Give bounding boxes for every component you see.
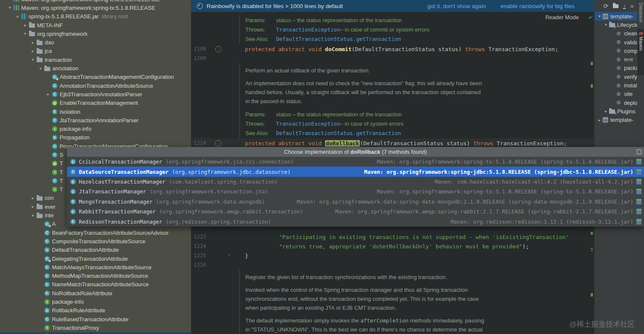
download-sources-icon[interactable]: ↓ (623, 3, 626, 9)
popup-row[interactable]: CJtaTransactionManager(org.springframewo… (67, 187, 644, 196)
tab-database[interactable]: Database (638, 3, 644, 23)
code-line[interactable]: 1226 (191, 260, 594, 270)
folder-settings-icon[interactable] (613, 4, 618, 8)
doc-text[interactable]: DefaultTransactionStatus.getTransaction (276, 130, 401, 136)
code-line[interactable]: 1223"Participating in existing transacti… (191, 232, 594, 242)
chevron-down-icon[interactable]: ▾ (14, 14, 21, 19)
chevron-right-icon[interactable]: ▸ (29, 204, 37, 209)
tree-row[interactable]: CBeanFactoryTransactionAttributeSourceAd… (0, 228, 191, 237)
chevron-down-icon[interactable]: ▾ (6, 6, 14, 10)
implemented-marker-icon[interactable]: ↓ (215, 46, 221, 52)
tree-row[interactable]: CCompositeTransactionAttributeSource (0, 237, 191, 245)
doc-text[interactable]: TransactionException (276, 121, 340, 127)
tree-row[interactable]: ▸dao (0, 38, 191, 46)
folder-icon (37, 41, 43, 45)
tree-row[interactable]: ▾annotation (0, 64, 191, 72)
maven-row[interactable]: ⚙package (595, 64, 638, 72)
chevron-right-icon[interactable]: ▸ (603, 109, 609, 113)
popup-pin-icon[interactable] (637, 150, 641, 154)
maven-row[interactable]: ⚙site (595, 90, 638, 98)
code-line[interactable]: 1200 (191, 54, 594, 63)
tree-row[interactable]: ▾spring-tx-5.1.8.RELEASE.jarlibrary root (0, 12, 191, 21)
tree-row[interactable]: CMatchAlwaysTransactionAttributeSource (0, 263, 191, 271)
doc-text: in "STATUS_UNKNOWN". This is the best we… (245, 326, 483, 333)
maven-row[interactable]: ⚙compile (595, 46, 638, 55)
tree-row[interactable]: CRollbackRuleAttribute (0, 306, 191, 315)
tree-row[interactable]: EIsolation (0, 107, 191, 116)
maven-row[interactable]: ▾mtemplate- (595, 12, 638, 20)
chevron-down-icon[interactable]: ▾ (596, 14, 603, 18)
tree-row[interactable]: CNameMatchTransactionAttributeSource (0, 280, 191, 289)
implemented-marker-icon[interactable]: ↓ (215, 140, 221, 147)
maven-row[interactable]: ⚙deploy (595, 98, 638, 107)
maven-row[interactable]: ▸⚙Plugins (595, 107, 638, 115)
tree-row[interactable]: CRuleBasedTransactionAttribute (0, 315, 191, 323)
popup-row[interactable]: CCciLocalTransactionManager(org.springfr… (67, 157, 644, 167)
maven-row[interactable]: ⚙test (595, 55, 638, 63)
more-icon[interactable]: » (630, 3, 634, 9)
tree-row[interactable]: CAnnotationTransactionAttributeSource (0, 81, 191, 90)
tab-maven[interactable]: Maven (638, 37, 644, 51)
chevron-right-icon[interactable]: ▸ (44, 92, 52, 96)
code-text: "Participating in existing transactions … (245, 234, 569, 240)
chevron-down-icon[interactable]: ▾ (29, 58, 37, 62)
code-line[interactable]: 1224"returns true, appropriate 'doSetRol… (191, 242, 594, 251)
folder-icon (37, 49, 43, 54)
tree-row[interactable]: ITransactionalProxy (0, 323, 191, 332)
gear-icon: ⚙ (615, 39, 622, 45)
chevron-right-icon[interactable]: ▸ (21, 23, 29, 27)
popup-row[interactable]: CDataSourceTransactionManager(org.spring… (67, 167, 644, 176)
tree-row[interactable]: CAbstractTransactionManagementConfigurat… (0, 73, 191, 81)
popup-row[interactable]: CRabbitTransactionManager(org.springfram… (67, 207, 644, 216)
tree-row[interactable]: CMethodMapTransactionAttributeSource (0, 272, 191, 280)
tree-row[interactable]: ▾Maven: org.springframework:spring-tx:5.… (0, 3, 191, 12)
popup-row-class-name: RabbitTransactionManager (79, 208, 156, 215)
tree-row[interactable]: CDefaultTransactionAttribute (0, 246, 191, 254)
chevron-right-icon[interactable]: ▸ (29, 49, 37, 53)
popup-row-class-name: CciLocalTransactionManager (79, 158, 162, 165)
tree-row[interactable]: ▾transaction (0, 55, 191, 64)
code-line[interactable]: 1199↓protected abstract void doCommit(De… (191, 44, 594, 54)
tree-row[interactable]: ▸META-INF (0, 21, 191, 29)
popup-row[interactable]: CHazelcastTransactionManager(com.hazelca… (67, 177, 644, 187)
chevron-right-icon[interactable]: ▸ (29, 196, 37, 200)
maven-row[interactable]: ⚙validate (595, 38, 638, 46)
chevron-right-icon[interactable]: ▸ (29, 40, 37, 45)
doc-text[interactable]: DefaultTransactionStatus.getTransaction (276, 36, 401, 42)
doc-text: synchronizations end, without the transa… (245, 296, 479, 302)
popup-row[interactable]: CMongoTransactionManager(org.springframe… (67, 197, 644, 207)
maven-row[interactable]: ▸mtemplate- (595, 116, 638, 124)
banner-dismiss-link[interactable]: got it, don't show again (427, 3, 486, 9)
fold-marker-icon[interactable]: ⌃ (227, 253, 231, 258)
tree-row[interactable]: EPropagation (0, 133, 191, 142)
code-line[interactable]: 1225⌃} (191, 251, 594, 260)
maven-row[interactable]: ⚙install (595, 81, 638, 89)
tree-row[interactable]: Ipackage-info (0, 124, 191, 133)
chevron-down-icon[interactable]: ▾ (603, 23, 609, 27)
chevron-down-icon[interactable]: ▾ (21, 32, 29, 36)
chevron-down-icon[interactable]: ▾ (29, 213, 37, 218)
tree-row[interactable]: ▾org.springframework (0, 29, 191, 38)
maven-row[interactable]: ⚙clean (595, 29, 638, 38)
banner-enable-link[interactable]: enable rainbowify for big files (500, 3, 575, 9)
popup-row[interactable]: CRedissonTransactionManager(org.redisson… (67, 217, 644, 227)
tree-row[interactable]: ▸CEjb3TransactionAnnotationParser (0, 90, 191, 98)
chevron-down-icon[interactable]: ▾ (37, 66, 44, 71)
maven-row[interactable]: ⚙verify (595, 72, 638, 81)
tree-row[interactable]: @EnableTransactionManagement (0, 99, 191, 107)
tree-row[interactable]: CDelegatingTransactionAttribute (0, 254, 191, 263)
tree-row[interactable]: CNoRollbackRuleAttribute (0, 289, 191, 297)
double-check-icon[interactable]: ✓✓ (587, 14, 591, 20)
tree-row[interactable]: Maven: org.springframework:spring-test:5… (0, 0, 191, 3)
chevron-right-icon[interactable]: ▸ (596, 118, 603, 122)
refresh-icon[interactable]: ⟳ (603, 3, 608, 9)
doc-text[interactable]: TransactionException (276, 26, 340, 33)
code-line[interactable]: 1210↓protected abstract void doRollback(… (191, 138, 594, 148)
tree-row-label: MethodMapTransactionAttributeSource (52, 273, 148, 279)
maven-row[interactable]: ▾⚙Lifecycle (595, 20, 638, 29)
tree-row[interactable]: Ipackage-info (0, 297, 191, 306)
tree-row[interactable]: CJtaTransactionAnnotationParser (0, 116, 191, 124)
reader-mode-label[interactable]: Reader Mode (545, 14, 579, 20)
tree-row[interactable]: ▸jca (0, 47, 191, 55)
tree-row[interactable]: C (0, 332, 191, 334)
